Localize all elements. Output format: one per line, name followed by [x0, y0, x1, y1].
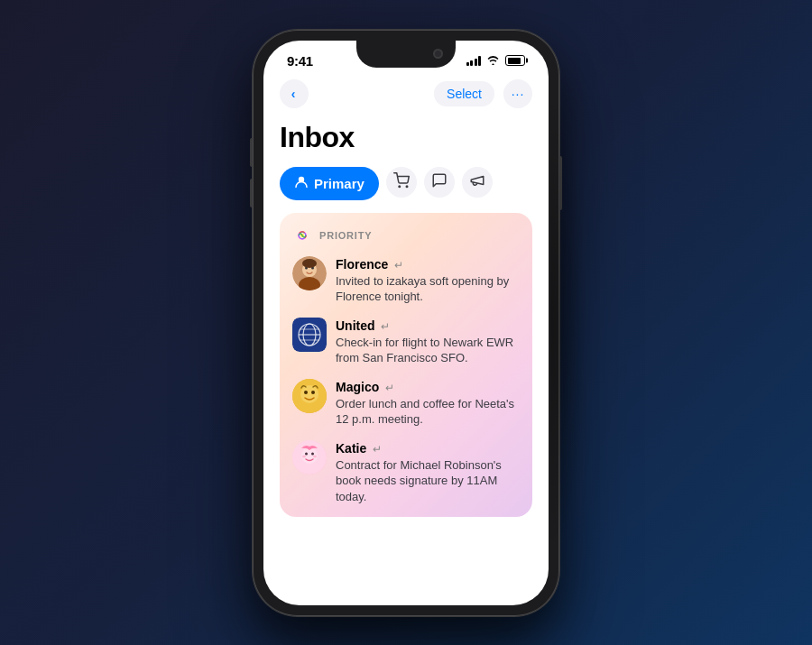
priority-label: PRIORITY: [319, 230, 372, 241]
side-button: [559, 156, 562, 210]
email-item-florence[interactable]: Florence ↵ Invited to izakaya soft openi…: [292, 256, 520, 305]
main-content: Inbox Primary: [263, 115, 549, 518]
back-button[interactable]: ‹: [280, 79, 309, 108]
email-preview-katie: Contract for Michael Robinson's book nee…: [336, 457, 520, 505]
status-time: 9:41: [287, 53, 313, 69]
svg-point-12: [302, 259, 317, 268]
sender-name-magico: Magico: [336, 380, 379, 394]
avatar-magico: [292, 379, 327, 413]
navigation-bar: ‹ Select ···: [263, 76, 549, 115]
avatar-united: [292, 318, 327, 352]
more-button[interactable]: ···: [503, 79, 532, 108]
reply-icon-florence: ↵: [394, 259, 403, 272]
tab-shopping[interactable]: [386, 167, 417, 198]
wifi-icon: [486, 54, 500, 68]
email-body-magico: Magico ↵ Order lunch and coffee for Neet…: [336, 379, 520, 428]
notch-camera: [433, 49, 443, 59]
gmail-logo: [292, 226, 312, 245]
phone-shadow: [550, 88, 586, 557]
sender-name-florence: Florence: [336, 257, 388, 272]
dynamic-island: [356, 41, 456, 68]
email-item-united[interactable]: United ↵ Check-in for flight to Newark E…: [292, 318, 520, 366]
avatar-katie: [292, 440, 327, 475]
signal-icon: [466, 55, 482, 66]
email-body-katie: Katie ↵ Contract for Michael Robinson's …: [336, 440, 520, 505]
email-preview-magico: Order lunch and coffee for Neeta's 12 p.…: [336, 396, 520, 428]
status-icons: [466, 54, 526, 68]
phone-shell: 9:41: [253, 30, 559, 616]
svg-point-21: [304, 391, 308, 394]
select-button[interactable]: Select: [434, 81, 494, 106]
person-icon: [294, 175, 309, 192]
tab-promos[interactable]: [462, 167, 493, 198]
phone-screen: 9:41: [263, 41, 549, 605]
reply-icon-magico: ↵: [385, 382, 394, 394]
email-preview-united: Check-in for flight to Newark EWR from S…: [336, 335, 520, 366]
priority-section: PRIORITY: [280, 213, 532, 518]
chat-icon: [431, 172, 448, 191]
sender-name-united: United: [336, 318, 375, 333]
cart-icon: [393, 172, 410, 191]
reply-icon-katie: ↵: [373, 443, 382, 456]
svg-point-20: [300, 385, 318, 403]
svg-point-25: [305, 452, 308, 455]
svg-point-28: [313, 456, 317, 457]
sender-name-katie: Katie: [336, 441, 366, 456]
email-item-katie[interactable]: Katie ↵ Contract for Michael Robinson's …: [292, 440, 520, 505]
svg-point-2: [406, 186, 408, 188]
status-bar: 9:41: [263, 41, 549, 76]
svg-point-1: [399, 186, 401, 188]
tab-primary-label: Primary: [314, 176, 364, 191]
megaphone-icon: [469, 172, 485, 191]
tab-primary[interactable]: Primary: [280, 167, 379, 200]
avatar-florence: [292, 256, 327, 290]
battery-icon: [505, 55, 525, 66]
svg-point-27: [302, 456, 306, 457]
tab-chat[interactable]: [424, 167, 455, 198]
email-preview-florence: Invited to izakaya soft opening by Flore…: [336, 273, 520, 305]
page-title: Inbox: [280, 121, 532, 154]
email-body-florence: Florence ↵ Invited to izakaya soft openi…: [336, 256, 520, 305]
reply-icon-united: ↵: [381, 320, 390, 333]
ellipsis-icon: ···: [512, 87, 525, 101]
category-tabs: Primary: [280, 167, 532, 200]
svg-point-26: [311, 452, 314, 455]
nav-actions: Select ···: [434, 79, 532, 108]
email-item-magico[interactable]: Magico ↵ Order lunch and coffee for Neet…: [292, 379, 520, 428]
back-chevron-icon: ‹: [291, 87, 296, 101]
svg-point-22: [311, 391, 315, 394]
scene: 9:41: [253, 30, 559, 616]
priority-header: PRIORITY: [292, 226, 520, 245]
email-body-united: United ↵ Check-in for flight to Newark E…: [336, 318, 520, 366]
